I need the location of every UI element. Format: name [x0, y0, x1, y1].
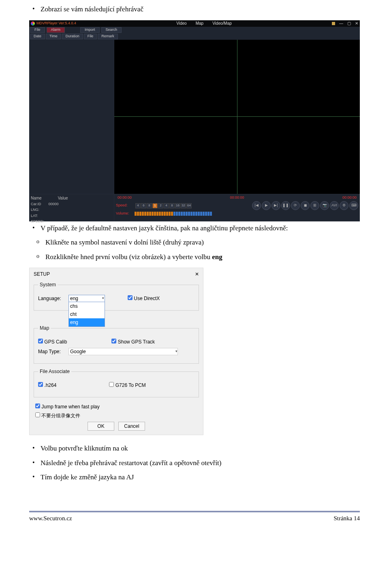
- keyboard-button[interactable]: ⌨: [349, 201, 358, 210]
- use-directx[interactable]: Use DirectX: [128, 295, 160, 302]
- video-cell-2[interactable]: [237, 40, 360, 117]
- cancel-button[interactable]: Cancel: [118, 422, 145, 431]
- import-button[interactable]: Import: [80, 27, 100, 33]
- close-icon[interactable]: ✕: [355, 20, 358, 26]
- volume-segment[interactable]: [190, 212, 192, 216]
- volume-segment[interactable]: [149, 212, 151, 216]
- lang-opt-eng[interactable]: eng: [69, 318, 105, 326]
- ok-button[interactable]: OK: [88, 422, 114, 431]
- volume-segment[interactable]: [203, 212, 205, 216]
- g726-check[interactable]: G726 To PCM: [109, 382, 146, 389]
- sub-bullet-eng: Rozklikněte hned první volbu (viz obráze…: [45, 252, 360, 262]
- chevron-down-icon[interactable]: ▾: [102, 296, 104, 301]
- volume-segment[interactable]: [164, 212, 166, 216]
- volume-segment[interactable]: [142, 212, 144, 216]
- col-time[interactable]: Time: [46, 34, 61, 39]
- volume-segment[interactable]: [166, 212, 168, 216]
- play-button[interactable]: ▶: [262, 201, 271, 210]
- volume-segment[interactable]: [161, 212, 163, 216]
- volume-segment[interactable]: [186, 212, 188, 216]
- video-cell-4[interactable]: [237, 117, 360, 194]
- next-button[interactable]: ▶|: [271, 201, 280, 210]
- col-file[interactable]: File: [84, 34, 97, 39]
- speed-6-button[interactable]: 6: [141, 203, 146, 208]
- volume-segment[interactable]: [200, 212, 202, 216]
- volume-segment[interactable]: [176, 212, 178, 216]
- top-tab-videomap[interactable]: Video/Map: [212, 20, 232, 26]
- minimize-icon[interactable]: —: [339, 20, 343, 26]
- volume-segment[interactable]: [152, 212, 154, 216]
- volume-segment[interactable]: [137, 212, 139, 216]
- cn-option-check[interactable]: 不要分组录像文件: [35, 413, 80, 418]
- volume-segment[interactable]: [207, 212, 209, 216]
- loop-button[interactable]: ⟳: [291, 201, 300, 210]
- info-carid-value: 00000: [49, 202, 59, 207]
- speed-32-button[interactable]: 32: [181, 203, 186, 208]
- volume-segment[interactable]: [139, 212, 141, 216]
- show-gps-track[interactable]: Show GPS Track: [111, 338, 155, 346]
- lang-input[interactable]: [68, 295, 105, 302]
- tab-alarm[interactable]: Alarm: [47, 27, 65, 33]
- time-start: 00:00:00: [118, 195, 132, 201]
- volume-segment[interactable]: [195, 212, 197, 216]
- pause-button[interactable]: ❚❚: [281, 201, 290, 210]
- video-cell-1[interactable]: [114, 40, 237, 117]
- h264-check[interactable]: .h264: [38, 382, 56, 389]
- speed-64-button[interactable]: 64: [186, 203, 192, 208]
- volume-segment[interactable]: [144, 212, 146, 216]
- jump-frame-check[interactable]: Jump frame when fast play: [35, 404, 100, 410]
- info-hdr-value: Value: [58, 195, 68, 201]
- tab-file[interactable]: File: [30, 27, 45, 33]
- speed-8-button[interactable]: 8: [169, 203, 175, 208]
- speed-16-button[interactable]: 16: [175, 203, 180, 208]
- chevron-down-icon[interactable]: ▾: [175, 349, 177, 354]
- folder-icon[interactable]: [332, 22, 335, 25]
- app-logo-icon: [31, 21, 35, 26]
- settings-button[interactable]: ⚙: [340, 201, 348, 210]
- speed-4-button[interactable]: 4: [164, 203, 169, 208]
- volume-segment[interactable]: [154, 212, 156, 216]
- volume-segment[interactable]: [210, 212, 212, 216]
- volume-segment[interactable]: [156, 212, 158, 216]
- volume-segment[interactable]: [159, 212, 161, 216]
- col-duration[interactable]: Duration: [62, 34, 83, 39]
- prev-button[interactable]: |◀: [252, 201, 261, 210]
- top-tab-map[interactable]: Map: [196, 20, 203, 26]
- top-tab-video[interactable]: Video: [176, 20, 186, 26]
- lang-combo[interactable]: ▾ chs cht eng: [68, 295, 105, 302]
- lang-opt-chs[interactable]: chs: [69, 302, 105, 310]
- lang-opt-cht[interactable]: cht: [69, 310, 105, 318]
- speed-8-button[interactable]: 8: [147, 203, 152, 208]
- avi-button[interactable]: AVI: [330, 201, 339, 210]
- maptype-combo[interactable]: [68, 348, 178, 355]
- setup-close-icon[interactable]: ✕: [195, 270, 199, 278]
- maximize-icon[interactable]: ▢: [347, 20, 351, 26]
- volume-segment[interactable]: [181, 212, 183, 216]
- col-remark[interactable]: Remark: [98, 34, 118, 39]
- volume-segment[interactable]: [193, 212, 195, 216]
- grid-button[interactable]: ⊞: [310, 201, 319, 210]
- stop-button[interactable]: ◼: [301, 201, 310, 210]
- volume-segment[interactable]: [169, 212, 171, 216]
- volume-segment[interactable]: [173, 212, 175, 216]
- volume-segment[interactable]: [171, 212, 173, 216]
- maptype-label: Map Type:: [38, 348, 64, 355]
- volume-segment[interactable]: [205, 212, 207, 216]
- volume-segment[interactable]: [198, 212, 200, 216]
- speed-4-button[interactable]: 4: [135, 203, 141, 208]
- volume-segment[interactable]: [147, 212, 149, 216]
- legend-file-associate: File Associate: [38, 368, 71, 375]
- volume-label: Volume:: [116, 211, 133, 217]
- search-button[interactable]: Search: [101, 27, 122, 33]
- speed-2-button[interactable]: 2: [158, 203, 163, 208]
- volume-segment[interactable]: [178, 212, 180, 216]
- col-date[interactable]: Date: [30, 34, 45, 39]
- speed-1-button[interactable]: 1: [152, 203, 158, 208]
- volume-segment[interactable]: [135, 212, 137, 216]
- gps-calib[interactable]: GPS Calib: [38, 338, 67, 346]
- video-cell-3[interactable]: [114, 117, 237, 194]
- snapshot-button[interactable]: 📷: [320, 201, 329, 210]
- volume-segment[interactable]: [188, 212, 190, 216]
- info-hdr-name: Name: [31, 195, 42, 201]
- volume-segment[interactable]: [183, 212, 185, 216]
